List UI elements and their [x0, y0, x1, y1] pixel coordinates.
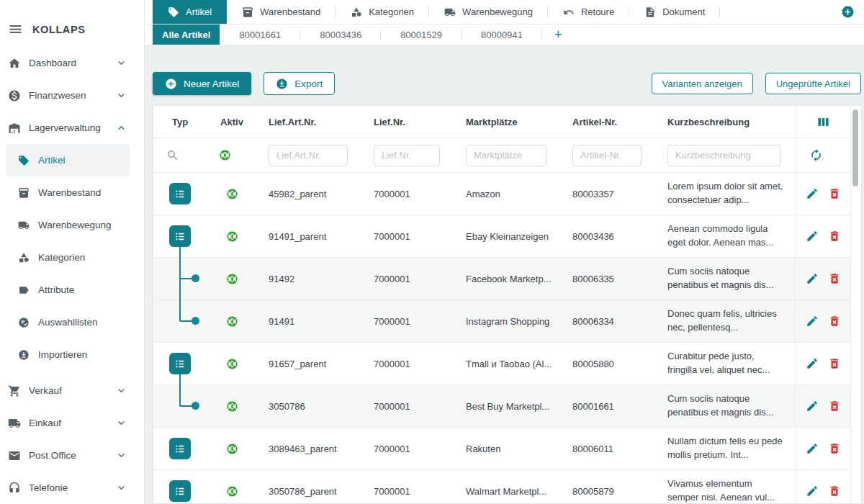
filter-marktplaetze-input[interactable] [466, 145, 546, 166]
sidebar-item-auswahllisten[interactable]: Auswahllisten [6, 306, 130, 338]
sidebar-item-post-office[interactable]: Post Office [0, 439, 144, 472]
status-icon [226, 315, 238, 328]
sidebar-item-dashboard[interactable]: Dashboard [0, 47, 144, 79]
article-type-button[interactable] [169, 183, 191, 204]
filter-kurzbeschreibung-input[interactable] [667, 145, 780, 166]
edit-button[interactable] [806, 442, 819, 455]
delete-button[interactable] [828, 357, 841, 370]
trash-x-icon [828, 485, 841, 498]
sidebar-item-telefonie[interactable]: Telefonie [0, 472, 144, 504]
tab-label: Dokument [662, 6, 705, 17]
tree-connector-line [179, 300, 181, 321]
article-type-button[interactable] [169, 225, 191, 247]
delete-button[interactable] [828, 485, 841, 498]
sidebar-item-label: Finanzwesen [29, 90, 86, 101]
add-subtab-button[interactable]: + [542, 24, 575, 45]
sidebar-item-importieren[interactable]: Importieren [6, 338, 130, 371]
subtab-80000941[interactable]: 80000941 [462, 24, 542, 45]
filter-artikel-nr-input[interactable] [572, 145, 642, 166]
sidebar-item-artikel[interactable]: Artikel [6, 144, 130, 176]
edit-button[interactable] [806, 187, 819, 200]
columns-icon[interactable] [816, 115, 830, 129]
sidebar-item-label: Warenbestand [38, 187, 101, 198]
cell-lief-nr: 7000001 [362, 173, 454, 215]
filter-lief-art-nr-input[interactable] [269, 145, 348, 166]
tab-kategorien[interactable]: Kategorien [336, 0, 429, 24]
cell-lief-art-nr: 91657_parent [257, 343, 362, 384]
tab-warenbestand[interactable]: Warenbestand [227, 0, 336, 24]
sidebar-item-warenbestand[interactable]: Warenbestand [6, 176, 130, 209]
sidebar-item-label: Warenbewegung [38, 220, 112, 230]
unverified-articles-button[interactable]: Ungeprüfte Artikel [765, 73, 861, 94]
edit-button[interactable] [806, 272, 819, 285]
filter-lief-nr-input[interactable] [374, 145, 440, 166]
delete-button[interactable] [828, 442, 841, 455]
download-circle-icon [18, 349, 30, 361]
edit-button[interactable] [806, 400, 819, 413]
vertical-scrollbar[interactable] [852, 109, 858, 186]
subtab-80001529[interactable]: 80001529 [381, 24, 462, 45]
tab-dokument[interactable]: Dokument [629, 0, 720, 24]
export-button[interactable]: Export [264, 72, 335, 95]
sidebar-item-verkauf[interactable]: Verkauf [0, 374, 144, 407]
delete-button[interactable] [828, 400, 841, 413]
column-settings-cell [795, 106, 850, 138]
delete-button[interactable] [828, 272, 841, 285]
cell-lief-nr: 7000001 [362, 215, 454, 257]
cell-actions [795, 428, 850, 469]
tab-label: Kategorien [369, 6, 414, 17]
sidebar-item-kategorien[interactable]: Kategorien [6, 241, 130, 274]
sidebar-item-finanzwesen[interactable]: Finanzwesen [0, 79, 144, 112]
article-type-button[interactable] [169, 480, 191, 502]
new-article-label: Neuer Artikel [184, 78, 239, 89]
refresh-button[interactable] [809, 148, 823, 162]
edit-button[interactable] [806, 315, 819, 328]
cell-typ [153, 300, 207, 342]
cell-typ [153, 173, 207, 215]
article-type-button[interactable] [169, 353, 191, 374]
cell-lief-nr: 7000001 [362, 258, 454, 300]
add-tab-button[interactable] [841, 5, 855, 19]
delete-button[interactable] [828, 315, 841, 328]
sidebar-item-attribute[interactable]: Attribute [6, 274, 130, 306]
cell-marktplaetze: Rakuten [454, 428, 561, 469]
subtab-80001661[interactable]: 80001661 [220, 24, 300, 45]
edit-button[interactable] [806, 230, 819, 243]
document-icon [644, 6, 656, 18]
tab-retoure[interactable]: Retoure [548, 0, 629, 24]
filter-typ-cell [153, 138, 207, 172]
subtab-alle-artikel[interactable]: Alle Artikel [153, 24, 220, 45]
brand-label: KOLLAPS [32, 24, 85, 35]
tab-warenbewegung[interactable]: Warenbewegung [429, 0, 548, 24]
subtab-80003436[interactable]: 80003436 [300, 24, 381, 45]
sidebar-item-lagerverwaltung[interactable]: Lagerverwaltung [0, 112, 144, 144]
cell-artikel-nr: 80003357 [561, 173, 656, 215]
add-circle-icon [165, 78, 177, 90]
tab-artikel[interactable]: Artikel [153, 0, 227, 24]
tag-icon [18, 155, 30, 166]
cell-actions [795, 470, 850, 504]
cell-marktplaetze: Amazon [454, 173, 561, 215]
home-icon [8, 57, 21, 70]
show-variants-button[interactable]: Varianten anzeigen [652, 73, 753, 94]
chevron-down-icon [115, 482, 127, 494]
delete-button[interactable] [828, 187, 841, 200]
column-header-artikel-nr: Artikel-Nr. [561, 106, 656, 138]
sidebar-item-warenbewegung[interactable]: Warenbewegung [6, 209, 130, 241]
table-row: 91657_parent7000001Tmall и Taobao (Al...… [153, 342, 851, 384]
new-article-button[interactable]: Neuer Artikel [153, 72, 251, 95]
delete-button[interactable] [828, 230, 841, 243]
edit-button[interactable] [806, 357, 819, 370]
sidebar-item-einkauf[interactable]: Einkauf [0, 407, 144, 439]
list-icon [174, 485, 187, 498]
toolbar: Neuer Artikel Export Varianten anzeigen … [153, 72, 861, 95]
subtab-label: 80001661 [239, 30, 281, 40]
edit-button[interactable] [806, 485, 819, 498]
search-icon[interactable] [166, 149, 179, 162]
cell-actions [795, 300, 850, 342]
subtab-label: 80003436 [320, 30, 361, 40]
active-status-icon[interactable] [219, 149, 231, 161]
article-type-button[interactable] [169, 438, 191, 459]
pencil-icon [806, 187, 819, 200]
menu-icon[interactable] [8, 22, 23, 37]
